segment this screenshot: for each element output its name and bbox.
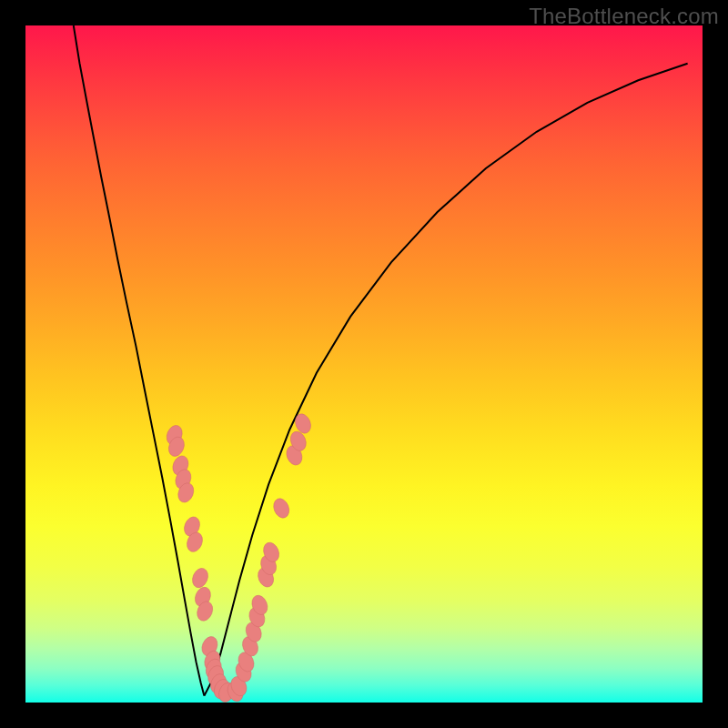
data-markers	[164, 411, 313, 704]
marker-7	[189, 566, 210, 590]
curve-left-branch	[74, 25, 205, 696]
chart-stage: TheBottleneck.com	[0, 0, 728, 728]
curve-right-branch	[204, 64, 687, 696]
bottleneck-curves	[74, 25, 688, 696]
chart-svg	[25, 25, 703, 703]
marker-28	[271, 496, 292, 520]
watermark-text: TheBottleneck.com	[529, 4, 719, 29]
